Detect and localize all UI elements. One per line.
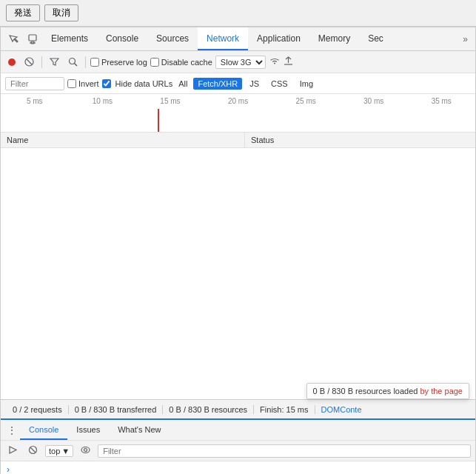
invert-checkbox[interactable] [67,79,76,88]
clear-button[interactable] [21,56,37,68]
col-status-header: Status [245,133,475,147]
svg-marker-9 [10,447,16,453]
svg-line-11 [31,447,36,452]
drawer-tab-issues[interactable]: Issues [67,420,109,440]
submit-button[interactable]: 発送 [6,4,40,21]
disable-cache-text: Disable cache [161,58,212,67]
tick-1: 10 ms [69,97,137,105]
disable-cache-checkbox[interactable] [150,58,159,67]
network-toolbar: Preserve log Disable cache Slow 3G [1,51,475,73]
tab-application[interactable]: Application [248,27,309,50]
hide-data-urls-checkbox[interactable] [102,79,111,88]
tooltip-highlight: by the page [420,387,463,395]
tick-3: 20 ms [204,97,272,105]
requests-count: 0 / 2 requests [7,405,69,414]
eye-icon[interactable] [78,444,93,458]
wifi-icon [269,56,281,68]
resources-size[interactable]: 0 B / 830 B resources [163,405,254,414]
context-dropdown[interactable]: top ▼ [45,445,73,457]
svg-line-4 [27,59,32,64]
hide-data-urls-text: Hide data URLs [115,79,173,88]
console-filter-input[interactable] [98,444,471,458]
drawer-toolbar: top ▼ [1,441,475,461]
filter-all-button[interactable]: All [175,79,190,89]
tab-security[interactable]: Sec [359,27,392,50]
requests-table: Name Status [1,133,475,399]
separator-1 [41,56,42,68]
console-chevron-icon: › [7,464,10,474]
svg-line-6 [75,64,78,67]
drawer-tab-whats-new[interactable]: What's New [109,420,170,440]
tick-6: 35 ms [407,97,475,105]
transferred-size: 0 B / 830 B transferred [69,405,164,414]
svg-point-12 [81,447,90,453]
filter-input[interactable] [5,77,64,90]
filter-icon[interactable] [47,56,62,68]
cancel-button[interactable]: 取消 [44,4,78,21]
hide-data-urls-container: Hide data URLs [102,79,173,88]
disable-cache-label[interactable]: Disable cache [150,58,212,67]
console-clear-icon[interactable] [25,444,41,458]
tick-0: 5 ms [1,97,69,105]
inspect-icon[interactable] [4,31,23,47]
more-tabs-icon[interactable]: » [458,31,472,47]
tab-network[interactable]: Network [198,27,248,50]
drawer-menu-icon[interactable]: ⋮ [4,423,20,438]
execute-script-icon[interactable] [5,444,21,458]
timeline-area: 5 ms 10 ms 15 ms 20 ms 25 ms 30 ms 35 ms [1,94,475,133]
filter-js-button[interactable]: JS [245,78,264,90]
separator-2 [85,56,86,68]
preserve-log-checkbox[interactable] [90,58,99,67]
timeline-bar-area [1,109,475,132]
record-button[interactable] [5,57,19,67]
timeline-red-line [158,109,159,132]
filter-fetch-xhr-button[interactable]: Fetch/XHR [193,78,242,90]
table-empty-area [1,148,475,207]
drawer-tab-console[interactable]: Console [20,420,67,440]
dom-content-link[interactable]: DOMConte [315,405,368,414]
throttle-select[interactable]: Slow 3G [215,56,266,69]
tick-2: 15 ms [136,97,204,105]
tab-sources[interactable]: Sources [147,27,198,50]
timeline-ruler: 5 ms 10 ms 15 ms 20 ms 25 ms 30 ms 35 ms [1,94,475,109]
dropdown-arrow-icon: ▼ [61,447,70,455]
preserve-log-label[interactable]: Preserve log [90,58,147,67]
bottom-drawer: ⋮ Console Issues What's New top ▼ [1,418,475,474]
preserve-log-text: Preserve log [101,58,147,67]
svg-point-5 [70,59,76,64]
import-icon[interactable] [284,56,293,68]
context-dropdown-label: top [49,447,60,455]
drawer-tab-bar: ⋮ Console Issues What's New [1,420,475,441]
filter-img-button[interactable]: Img [295,78,318,90]
invert-text: Invert [78,79,99,88]
tooltip-text: 0 B / 830 B resources loaded by the page [313,387,463,395]
finish-time: Finish: 15 ms [254,405,315,414]
tab-console[interactable]: Console [97,27,147,50]
tab-bar: Elements Console Sources Network Applica… [1,27,475,51]
resources-tooltip: 0 B / 830 B resources loaded by the page [306,383,469,399]
tick-4: 25 ms [272,97,340,105]
device-icon[interactable] [23,31,42,47]
col-name-header: Name [1,133,245,147]
console-prompt-area: › [1,461,475,474]
tab-elements[interactable]: Elements [42,27,97,50]
table-header: Name Status [1,133,475,148]
filter-css-button[interactable]: CSS [267,78,292,90]
svg-point-13 [84,449,87,452]
tab-memory[interactable]: Memory [309,27,359,50]
status-bar: 0 / 2 requests 0 B / 830 B transferred 0… [1,399,475,418]
search-icon[interactable] [65,56,81,68]
invert-label[interactable]: Invert [67,79,99,88]
tick-5: 30 ms [340,97,408,105]
svg-rect-0 [29,35,36,41]
filter-bar: Invert Hide data URLs All Fetch/XHR JS C… [1,73,475,94]
